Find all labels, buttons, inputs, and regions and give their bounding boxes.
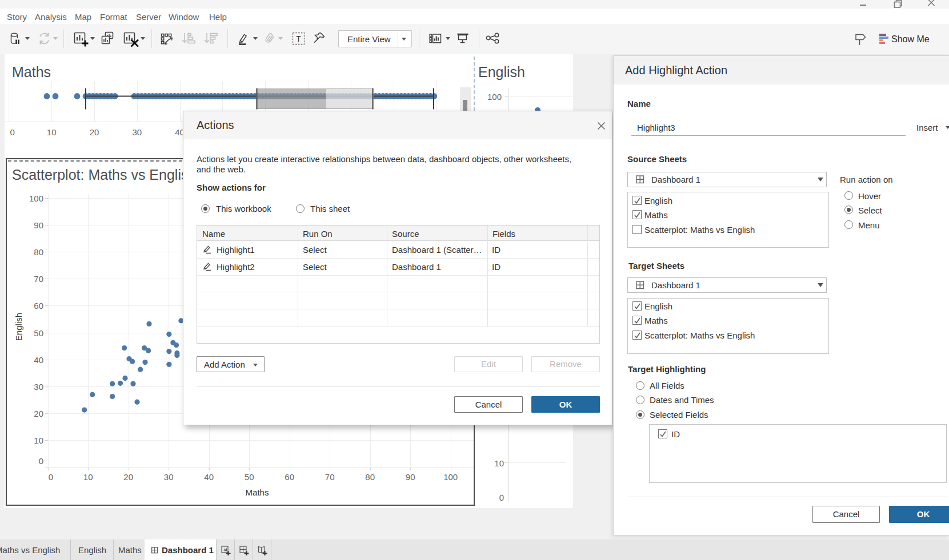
svg-text:T: T bbox=[296, 34, 301, 43]
